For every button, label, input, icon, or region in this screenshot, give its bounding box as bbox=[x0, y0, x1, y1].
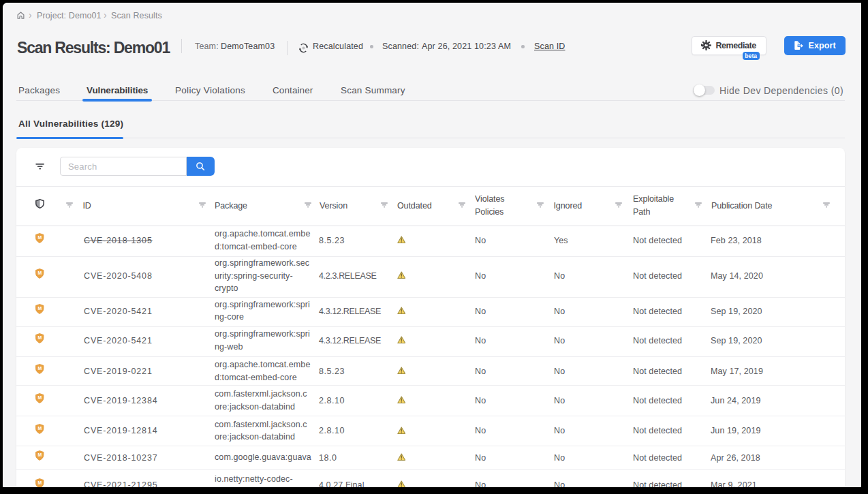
svg-text:M: M bbox=[38, 426, 42, 431]
svg-text:M: M bbox=[38, 395, 42, 400]
svg-text:M: M bbox=[38, 452, 42, 457]
svg-text:M: M bbox=[38, 335, 42, 340]
svg-text:M: M bbox=[38, 480, 42, 484]
svg-text:M: M bbox=[38, 271, 42, 275]
svg-text:M: M bbox=[38, 235, 42, 240]
svg-text:M: M bbox=[38, 366, 42, 371]
svg-text:M: M bbox=[38, 306, 42, 311]
